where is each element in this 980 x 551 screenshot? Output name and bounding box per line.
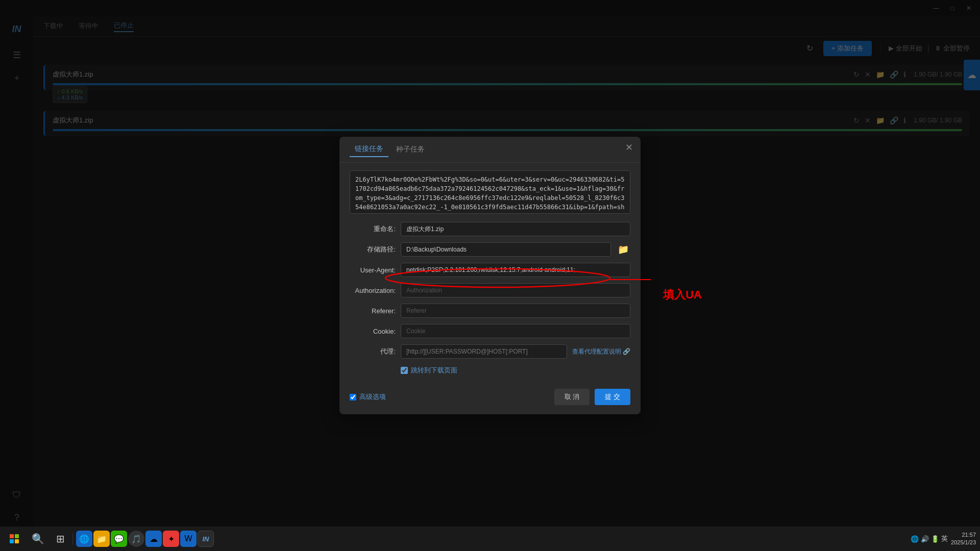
taskbar-sys-tray: 🌐 🔊 🔋 英 [911, 534, 948, 543]
cookie-label: Cookie: [350, 328, 396, 335]
taskbar-lang-indicator[interactable]: 英 [941, 534, 948, 543]
referer-label: Referer: [350, 307, 396, 315]
win-logo-yellow [15, 539, 19, 543]
taskbar-word-icon[interactable]: W [180, 531, 197, 547]
taskbar-search-icon[interactable]: 🔍 [26, 530, 50, 548]
add-task-dialog: 链接任务 种子任务 ✕ 2L6yTlK7ko4mr0OOe%2FbWt%2Fg%… [339, 137, 641, 414]
dialog-footer-buttons: 取 消 提 交 [554, 389, 630, 405]
ua-annotation-text: 填入UA [663, 288, 702, 301]
cancel-button[interactable]: 取 消 [554, 389, 590, 405]
taskbar-network-icon[interactable]: 🌐 [911, 535, 919, 543]
advanced-options-row: 高级选项 [350, 392, 386, 402]
storage-input[interactable] [401, 242, 611, 257]
proxy-label: 代理: [350, 347, 396, 356]
proxy-row: 代理: 查看代理配置说明 🔗 [350, 344, 630, 359]
referer-row: Referer: [350, 304, 630, 318]
app-background: — □ ✕ IN ☰ ＋ 🛡 ？ 下载中 等待中 已停止 ↻ + 添加任务 ▶ … [0, 0, 980, 551]
dialog-body: 2L6yTlK7ko4mr0OOe%2FbWt%2Fg%3D&so=0&ut=6… [339, 163, 641, 383]
storage-label: 存储路径: [350, 245, 396, 254]
win-logo-red [10, 534, 14, 538]
rename-row: 重命名: [350, 222, 630, 236]
taskbar-date-value: 2025/1/23 [951, 539, 976, 546]
taskbar-app4-icon[interactable]: 🎵 [128, 531, 144, 547]
referer-input[interactable] [401, 304, 630, 318]
browse-folder-button[interactable]: 📁 [616, 242, 630, 257]
jump-to-download-label[interactable]: 跳转到下载页面 [411, 366, 457, 375]
taskbar-edge-icon[interactable]: 🌐 [76, 531, 92, 547]
user-agent-row: User-Agent: [350, 263, 630, 277]
taskbar-separator-1 [72, 533, 73, 545]
taskbar-clock[interactable]: 21:57 2025/1/23 [951, 531, 976, 547]
user-agent-input[interactable] [401, 263, 630, 277]
win-logo-green [15, 534, 19, 538]
authorization-input[interactable] [401, 283, 630, 297]
proxy-input[interactable] [401, 344, 567, 359]
dialog-header: 链接任务 种子任务 ✕ [339, 137, 641, 163]
submit-button[interactable]: 提 交 [595, 389, 630, 405]
taskbar-volume-icon[interactable]: 🔊 [921, 535, 929, 543]
url-input[interactable]: 2L6yTlK7ko4mr0OOe%2FbWt%2Fg%3D&so=0&ut=6… [350, 170, 630, 214]
taskbar: 🔍 ⊞ 🌐 📁 💬 🎵 ☁ ✦ W IN 🌐 🔊 🔋 英 21:57 2025/… [0, 527, 980, 551]
taskbar-app6-icon[interactable]: ✦ [163, 531, 179, 547]
taskbar-right: 🌐 🔊 🔋 英 21:57 2025/1/23 [911, 531, 976, 547]
windows-logo [10, 534, 19, 543]
cookie-input[interactable] [401, 324, 630, 338]
rename-input[interactable] [401, 222, 630, 236]
jump-checkbox-row: 跳转到下载页面 [401, 366, 630, 375]
dialog-tab-torrent[interactable]: 种子任务 [391, 145, 430, 157]
taskbar-battery-icon[interactable]: 🔋 [931, 535, 939, 543]
start-button[interactable] [4, 529, 24, 549]
taskbar-wechat-icon[interactable]: 💬 [111, 531, 127, 547]
advanced-options-checkbox[interactable] [350, 394, 356, 400]
taskbar-cloud-icon[interactable]: ☁ [145, 531, 162, 547]
win-logo-blue [10, 539, 14, 543]
proxy-help-link[interactable]: 查看代理配置说明 🔗 [572, 347, 630, 356]
rename-label: 重命名: [350, 224, 396, 234]
taskbar-explorer-icon[interactable]: 📁 [93, 531, 110, 547]
dialog-footer: 高级选项 取 消 提 交 [339, 383, 641, 414]
taskbar-time-value: 21:57 [951, 531, 976, 539]
authorization-row: Authorization: [350, 283, 630, 297]
dialog-tab-link[interactable]: 链接任务 [350, 144, 388, 157]
taskbar-idm-label: IN [203, 535, 209, 543]
cookie-row: Cookie: [350, 324, 630, 338]
taskbar-idm-icon[interactable]: IN [198, 531, 214, 547]
dialog-close-button[interactable]: ✕ [625, 143, 633, 152]
user-agent-label: User-Agent: [350, 266, 396, 274]
modal-overlay: 链接任务 种子任务 ✕ 2L6yTlK7ko4mr0OOe%2FbWt%2Fg%… [0, 0, 980, 551]
storage-row: 存储路径: 📁 [350, 242, 630, 257]
advanced-options-label[interactable]: 高级选项 [359, 392, 386, 402]
authorization-label: Authorization: [350, 287, 396, 294]
jump-to-download-checkbox[interactable] [401, 367, 408, 374]
taskbar-taskview-icon[interactable]: ⊞ [51, 530, 69, 548]
